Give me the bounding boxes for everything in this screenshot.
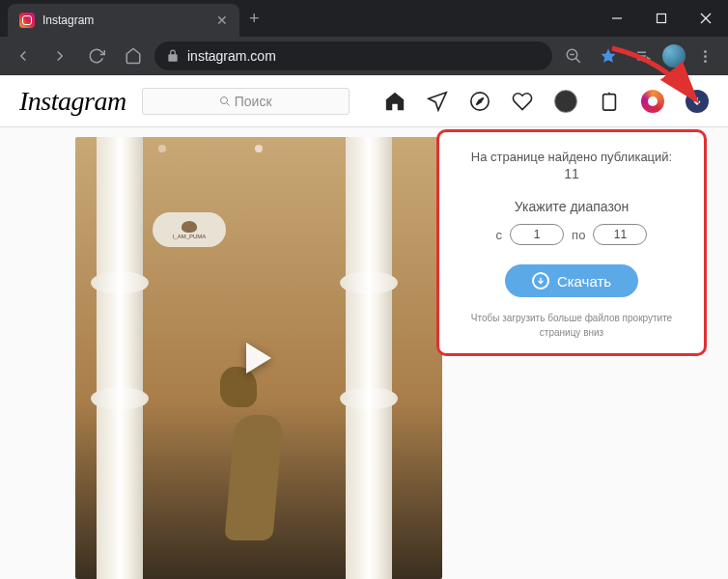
activity-heart-icon[interactable]: [512, 91, 533, 112]
instagram-header: Instagram Поиск: [0, 75, 728, 127]
download-icon: [532, 272, 549, 290]
svg-point-11: [220, 96, 227, 103]
profile-story-icon[interactable]: [554, 90, 577, 113]
back-button[interactable]: [8, 41, 39, 71]
popup-hint: Чтобы загрузить больше файлов прокрутите…: [453, 311, 690, 340]
zoom-button[interactable]: [558, 41, 589, 71]
video-post[interactable]: I_AM_PUMA: [75, 137, 442, 579]
browser-tab[interactable]: Instagram ✕: [8, 4, 239, 37]
download-button[interactable]: Скачать: [505, 264, 638, 297]
svg-rect-15: [603, 94, 616, 110]
browser-titlebar: Instagram ✕ +: [0, 0, 728, 37]
window-maximize-button[interactable]: [639, 0, 684, 37]
reload-button[interactable]: [81, 41, 112, 71]
bookmark-star-icon[interactable]: [593, 41, 624, 71]
address-bar[interactable]: instagram.com: [154, 41, 552, 70]
download-label: Скачать: [557, 273, 611, 290]
media-button[interactable]: [628, 41, 658, 71]
extension-downloader-icon[interactable]: [686, 90, 709, 113]
found-count: 11: [453, 166, 690, 181]
window-minimize-button[interactable]: [595, 0, 639, 37]
svg-line-12: [226, 102, 229, 105]
search-input[interactable]: Поиск: [142, 88, 350, 115]
explore-icon[interactable]: [469, 91, 490, 112]
profile-avatar[interactable]: [662, 44, 686, 68]
extension-instagram-icon[interactable]: [641, 90, 664, 113]
url-text: instagram.com: [187, 48, 276, 64]
from-label: с: [496, 228, 503, 242]
messages-icon[interactable]: [427, 91, 448, 112]
page-content: I_AM_PUMA На странице найдено публикаций…: [0, 127, 728, 579]
video-subject: [220, 367, 307, 540]
decorative-pillar: [346, 137, 392, 579]
svg-marker-7: [602, 49, 616, 63]
lock-icon: [166, 49, 180, 63]
range-to-input[interactable]: [593, 224, 647, 245]
home-button[interactable]: [118, 41, 149, 71]
forward-button[interactable]: [44, 41, 75, 71]
downloader-popup: На странице найдено публикаций: 11 Укажи…: [436, 129, 707, 356]
igtv-icon[interactable]: [599, 91, 620, 112]
range-label: Укажите диапазон: [453, 199, 690, 214]
search-icon: [219, 96, 231, 107]
instagram-logo[interactable]: Instagram: [19, 86, 126, 117]
found-label: На странице найдено публикаций:: [453, 150, 690, 164]
to-label: по: [572, 228, 585, 242]
browser-menu-button[interactable]: [689, 41, 720, 71]
window-close-button[interactable]: [684, 0, 728, 37]
home-icon[interactable]: [384, 91, 406, 112]
play-icon[interactable]: [246, 343, 271, 373]
svg-marker-14: [476, 97, 483, 104]
svg-line-5: [575, 58, 580, 63]
decorative-pillar: [97, 137, 143, 579]
close-tab-icon[interactable]: ✕: [216, 13, 228, 28]
svg-rect-1: [658, 14, 666, 23]
account-watermark: I_AM_PUMA: [153, 212, 226, 247]
range-from-input[interactable]: [510, 224, 564, 245]
search-placeholder: Поиск: [235, 94, 272, 109]
browser-toolbar: instagram.com: [0, 37, 728, 75]
instagram-favicon: [19, 13, 35, 28]
tab-title: Instagram: [42, 14, 209, 27]
new-tab-button[interactable]: +: [249, 9, 260, 29]
